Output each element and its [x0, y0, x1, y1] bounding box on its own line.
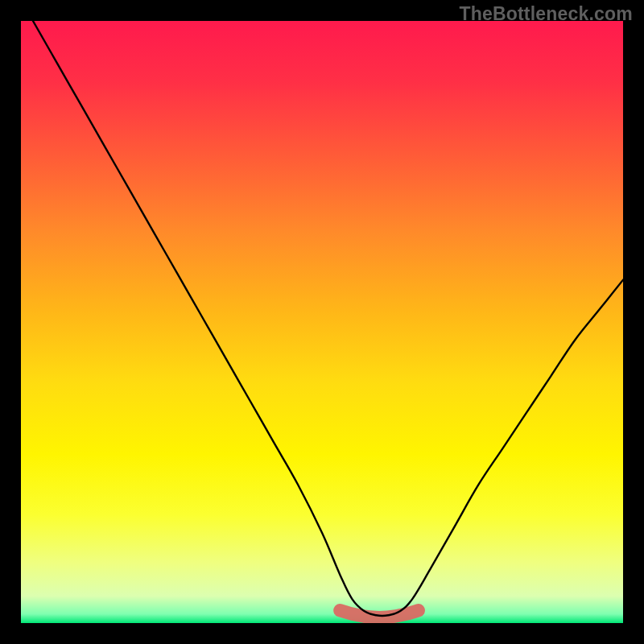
bottleneck-chart	[21, 21, 623, 623]
watermark-text: TheBottleneck.com	[459, 3, 633, 25]
plot-area	[21, 21, 623, 623]
chart-frame: TheBottleneck.com	[0, 0, 644, 644]
